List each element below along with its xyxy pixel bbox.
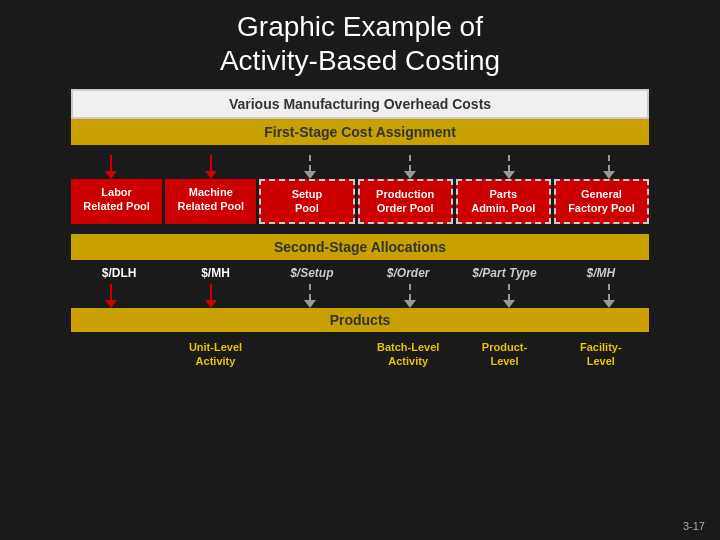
driver-dlh: $/DLH	[71, 266, 167, 280]
arrow-labor	[105, 155, 117, 179]
first-stage-box: First-Stage Cost Assignment	[71, 119, 649, 145]
pool-machine: MachineRelated Pool	[165, 179, 256, 224]
activity-product: Product-Level	[456, 340, 552, 369]
driver-parttype: $/Part Type	[456, 266, 552, 280]
pool-setup: SetupPool	[259, 179, 354, 224]
slide-title: Graphic Example of Activity-Based Costin…	[220, 10, 500, 77]
overhead-costs-box: Various Manufacturing Overhead Costs	[71, 89, 649, 119]
pool-parts: PartsAdmin. Pool	[456, 179, 551, 224]
arrow-to-prod-2	[205, 284, 217, 308]
arrow-general	[603, 155, 615, 179]
second-stage-box: Second-Stage Allocations	[71, 234, 649, 260]
arrow-to-prod-6	[603, 284, 615, 308]
pool-labor: LaborRelated Pool	[71, 179, 162, 224]
slide-number: 3-17	[683, 520, 705, 532]
driver-setup: $/Setup	[264, 266, 360, 280]
products-box: Products	[71, 308, 649, 332]
arrow-to-prod-4	[404, 284, 416, 308]
driver-mh: $/MH	[167, 266, 263, 280]
driver-order: $/Order	[360, 266, 456, 280]
activity-batch: Batch-LevelActivity	[360, 340, 456, 369]
arrow-to-prod-3	[304, 284, 316, 308]
arrow-production	[404, 155, 416, 179]
slide: Graphic Example of Activity-Based Costin…	[0, 0, 720, 540]
cost-drivers-row: $/DLH $/MH $/Setup $/Order $/Part Type $…	[71, 266, 649, 280]
arrow-to-prod-1	[105, 284, 117, 308]
activity-levels-row: Unit-LevelActivity Batch-LevelActivity P…	[71, 340, 649, 369]
activity-facility: Facility-Level	[553, 340, 649, 369]
pool-production: ProductionOrder Pool	[358, 179, 453, 224]
activity-empty-1	[71, 340, 167, 369]
activity-empty-2	[264, 340, 360, 369]
arrow-setup	[304, 155, 316, 179]
driver-mh2: $/MH	[553, 266, 649, 280]
arrow-machine	[205, 155, 217, 179]
arrow-parts	[503, 155, 515, 179]
activity-unit: Unit-LevelActivity	[167, 340, 263, 369]
arrow-to-prod-5	[503, 284, 515, 308]
pool-general: GeneralFactory Pool	[554, 179, 649, 224]
pools-row: LaborRelated Pool MachineRelated Pool Se…	[71, 179, 649, 224]
